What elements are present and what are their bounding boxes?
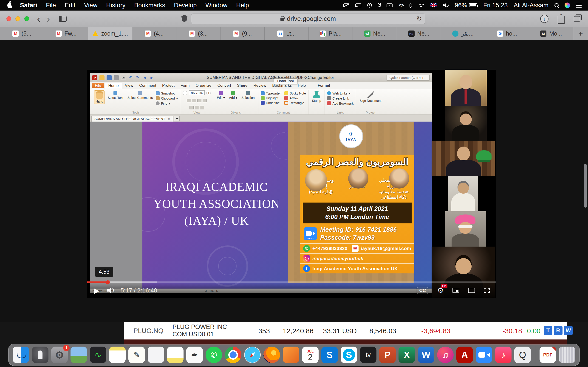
underline-button[interactable]: Underline [261,101,281,105]
print-icon[interactable] [114,75,119,80]
hand-tool-button[interactable]: Hand [94,90,104,104]
dock-pages-icon[interactable]: ✒ [186,347,203,363]
browser-tab-7[interactable]: 31Lt... [265,27,309,40]
browser-tab-3-active[interactable]: zoom_1.... [88,27,132,40]
volume-button[interactable] [107,288,114,293]
dock-quicktime-icon[interactable]: Q [514,347,531,363]
zoom-out-button[interactable]: − [183,91,187,95]
dock-word-icon[interactable]: W [418,347,434,363]
menu-app-name[interactable]: Safari [16,2,42,9]
forward-button[interactable]: › [46,14,50,24]
menu-bookmarks[interactable]: Bookmarks [130,2,170,9]
downloads-icon[interactable]: ↓ [540,15,548,23]
wifi-icon[interactable] [418,4,424,7]
dock-pdf-document-icon[interactable]: PDF [540,347,556,363]
pip-icon[interactable] [452,288,459,293]
menu-file[interactable]: File [42,2,61,9]
window-minimize-button[interactable] [15,16,20,21]
browser-tab-9[interactable]: wlNe... [353,27,397,40]
quick-launch-box[interactable]: Quick Launch (CTRL+... [387,75,430,81]
dock-activity-monitor-icon[interactable]: ∿ [90,347,106,363]
dock-textedit-icon[interactable]: ✎ [128,347,145,363]
code-menu-icon[interactable]: <> [398,2,404,8]
back-button[interactable]: ‹ [37,14,40,24]
browser-tab-6[interactable]: M(9... [221,27,265,40]
captions-button[interactable]: CC [417,287,428,294]
email-icon[interactable]: ✉ [121,75,126,80]
menu-view[interactable]: View [80,2,102,9]
apple-menu-icon[interactable] [7,2,12,8]
volume-icon[interactable] [443,3,449,7]
dock-books-icon[interactable] [283,347,299,363]
find-button[interactable]: Find▾ [156,101,178,105]
browser-tab-2[interactable]: MFw... [44,27,88,40]
address-bar[interactable]: drive.google.com ↻ [191,14,425,24]
clipboard-button[interactable]: Clipboard▾ [156,96,178,100]
privacy-shield-icon[interactable] [182,15,187,23]
stamp-button[interactable]: Stamp [311,90,322,103]
pdf-menu-protect[interactable]: Protect [159,83,178,88]
page-width-icon[interactable] [192,99,196,102]
share-icon[interactable] [558,16,565,24]
dock-app-grid-icon[interactable] [148,347,164,363]
two-page-icon[interactable] [203,99,207,102]
create-link-button[interactable]: Create Link [327,96,354,100]
dock-whatsapp-icon[interactable]: ✆ [206,347,222,363]
dock-appletv-icon[interactable]: tv [360,347,376,363]
nav-prev-icon[interactable]: ◄ [142,75,147,80]
pdf-menu-convert[interactable]: Convert [215,83,234,88]
pdf-menu-organize[interactable]: Organize [193,83,215,88]
dock-acrobat-icon[interactable]: A [456,347,473,363]
reload-icon[interactable]: ↻ [416,15,422,23]
dock-chrome-icon[interactable] [225,347,242,363]
dock-music-icon[interactable]: ♪ [495,347,511,363]
tab-overview-icon[interactable] [574,16,580,22]
dock-calendar-icon[interactable]: JUL2 [302,347,319,363]
pdf-menu-share[interactable]: Share [234,83,250,88]
pdf-menu-file[interactable]: File [92,83,104,88]
screen-mirroring-icon[interactable] [355,3,361,7]
pdf-menu-home[interactable]: Home [105,83,122,89]
siri-icon[interactable] [565,2,570,8]
fullscreen-icon[interactable] [484,288,490,293]
notification-center-icon[interactable] [576,4,582,4]
sticky-note-button[interactable]: Sticky Note [284,91,306,95]
browser-tab-12[interactable]: Gho... [485,27,529,40]
dock-safari-icon[interactable] [244,347,261,363]
dock-trash-icon[interactable] [559,347,575,363]
battery-indicator[interactable]: 96% [455,2,477,9]
uk-flag-input-source-icon[interactable] [430,3,437,7]
arrow-button[interactable]: Arrow [284,96,306,100]
redo-icon[interactable]: ↷ [135,75,140,80]
menu-clock[interactable]: Fri 15:23 [483,2,508,9]
sign-document-button[interactable]: Sign Document [358,90,383,103]
dock-skype-icon[interactable]: S [341,347,357,363]
video-player[interactable]: P ✉ ↶ ↷ ◄ ► SUMERIANS AND THE DIGITAL AG… [87,70,496,298]
browser-tab-1[interactable]: M(5... [0,27,44,40]
dock-skype-business-icon[interactable]: S [321,347,338,363]
new-tab-button[interactable]: + [573,27,588,40]
nav-next-icon[interactable]: ► [149,75,154,80]
pdf-document-tab[interactable]: SUMERIANS AND THE DIGITAL AGE EVENT × [91,116,173,122]
scrollbar-thumb[interactable] [584,164,587,208]
save-icon[interactable] [107,75,112,80]
dock-launchpad-icon[interactable] [32,347,48,363]
menu-develop[interactable]: Develop [170,2,201,9]
flag-t[interactable]: T [544,326,552,335]
bluetooth-icon[interactable] [378,3,381,8]
selection-button[interactable]: Selection [240,90,256,100]
select-comments-button[interactable]: Select Comments [126,90,154,100]
browser-tab-11[interactable]: تقر... [441,27,485,40]
dock-stickies-icon[interactable] [167,347,183,363]
dock-firefox-icon[interactable] [263,347,280,363]
keyboard-icon[interactable] [387,3,393,7]
browser-tab-4[interactable]: M(4... [132,27,176,40]
menu-window[interactable]: Window [201,2,232,9]
add-button[interactable]: Add ▾ [228,90,238,100]
progress-knob[interactable] [106,280,110,284]
window-zoom-button[interactable] [24,16,29,21]
play-button[interactable]: ▶ [94,286,99,294]
menu-history[interactable]: History [102,2,130,9]
spotlight-search-icon[interactable] [554,3,559,7]
zoom-in-button[interactable]: + [206,91,211,95]
